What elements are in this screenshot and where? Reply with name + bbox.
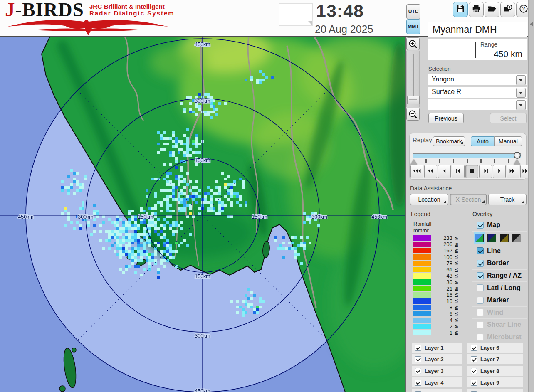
Layer 6-checkbox[interactable] [471,345,477,351]
replay-manual-button[interactable]: Manual [494,136,522,146]
Layer 2-checkbox[interactable] [415,356,421,362]
toolbar-export-image-button[interactable] [500,2,515,17]
layer-label: Layer 7 [480,356,499,362]
selection-label: Selection [428,66,450,72]
legend-color-swatch [413,330,431,335]
step-back-button[interactable] [452,165,465,178]
legend-threshold-value: 10 [431,298,452,304]
overlay-label: Overlay [472,211,492,217]
zoom-slider-thumb[interactable] [407,96,420,104]
less-equal-icon: ≦ [454,330,458,335]
Layer 8-checkbox[interactable] [471,368,477,374]
Layer 1-checkbox[interactable] [415,345,421,351]
range-az-checkbox[interactable] [477,272,484,279]
legend-color-swatch [413,235,431,241]
stop-button[interactable] [465,165,478,178]
map-style-swatch-4[interactable] [512,234,521,242]
timezone-utc-button[interactable]: UTC [406,4,420,19]
range-box: Range 450 km [428,39,527,60]
overlay-item-label: Lati / Long [487,284,521,292]
ring-label: 450km [195,42,210,47]
layer-row-partial [412,389,462,392]
replay-panel: Replay Bookmark Auto Manual [409,133,527,180]
overlay-item-label: Border [487,259,509,267]
marker-checkbox[interactable] [477,297,484,304]
toolbar-save-button[interactable] [453,2,468,17]
play-button[interactable] [493,165,506,178]
selection-dropdown-product[interactable]: Surface R [428,87,527,98]
layer-label: Layer 8 [480,368,499,374]
rewind-button[interactable] [424,165,437,178]
panel-collapse-strip [528,0,534,392]
Layer 4-checkbox[interactable] [415,380,421,386]
replay-slider-thumb[interactable] [514,152,521,159]
step-forward-button[interactable] [479,165,492,178]
select-button[interactable]: Select [490,113,527,123]
replay-slider-track[interactable] [413,153,521,158]
map-checkbox[interactable] [477,222,484,229]
fast-forward-button[interactable] [507,165,519,178]
check-icon [416,345,420,350]
toolbar-print-button[interactable] [469,2,484,17]
layer-row-partial [467,389,523,392]
layer-label: Layer 2 [425,356,444,362]
range-value: 450 km [494,49,522,59]
overlay-item-label: Range / AZ [487,272,522,279]
less-equal-icon: ≦ [454,279,458,285]
zoom-in-button[interactable] [406,37,420,50]
location-button[interactable]: Location [410,194,448,205]
check-icon [472,380,476,385]
map-style-swatch-3[interactable] [500,234,509,242]
map-style-swatch-1[interactable] [475,234,484,242]
toolbar: ? [453,2,531,17]
overlay-row-microburst: Microburst [472,331,527,344]
border-checkbox[interactable] [477,260,484,267]
play-reverse-button[interactable] [438,165,451,178]
timezone-toggle: UTCMMT [406,4,420,34]
overlay-row-map: Map [472,219,527,232]
timezone-mmt-button[interactable]: MMT [406,19,420,34]
less-equal-icon: ≦ [454,323,458,329]
toolbar-open-folder-button[interactable] [485,2,499,17]
Layer 7-checkbox[interactable] [471,356,477,362]
export-image-icon [503,4,512,15]
selection-dropdown-extra[interactable] [428,99,527,110]
ring-label: 450km [371,214,387,220]
zoom-out-button[interactable] [406,108,420,121]
collapse-panel-icon[interactable] [530,22,533,27]
replay-slider-end-handle[interactable] [514,159,520,165]
fast-rewind-button[interactable] [410,165,423,178]
legend-threshold-value: 30 [431,279,452,285]
replay-slider-start-handle[interactable] [410,159,417,165]
Layer 3-checkbox[interactable] [415,368,421,374]
check-icon [478,222,483,228]
map-zoom-control [406,37,420,121]
x-section-button[interactable]: X-Section [450,194,487,205]
legend-threshold-value: 78 [431,260,452,266]
help-icon: ? [519,4,528,15]
zoom-slider[interactable] [406,51,420,107]
bookmark-button[interactable]: Bookmark [433,136,465,146]
chevron-down-icon[interactable] [516,88,526,98]
logo-title: J-BIRDS [5,0,84,19]
Layer 9-checkbox[interactable] [471,380,477,386]
chevron-down-icon[interactable] [516,100,526,110]
layer-row-layer-6: Layer 6 [467,343,523,353]
less-equal-icon: ≦ [454,273,458,279]
ring-label: 300km [78,214,94,220]
replay-auto-button[interactable]: Auto [471,136,494,146]
chevron-down-icon[interactable] [516,75,526,85]
lati-long-checkbox[interactable] [477,284,484,291]
legend-threshold-value: 4 [431,317,452,323]
previous-button[interactable]: Previous [428,113,464,123]
legend-row: 10≦ [413,298,458,304]
map-style-swatch-2[interactable] [487,234,496,242]
selection-dropdown-site[interactable]: Yangon [428,74,527,85]
legend-row: 21≦ [413,286,458,292]
track-button[interactable]: Track [488,194,527,205]
legend-color-swatch [413,305,431,310]
radar-map[interactable]: 450km300km150km150km300km450km450km300km… [0,37,406,392]
legend-row: 162≦ [413,247,458,254]
line-checkbox[interactable] [477,247,484,254]
legend-color-swatch [413,318,431,323]
